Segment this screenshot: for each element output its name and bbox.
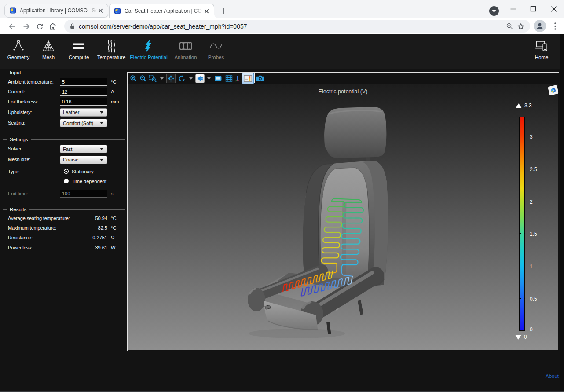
profile-avatar[interactable] [534,20,546,32]
current-unit: A [111,89,114,94]
scene-light-icon[interactable] [214,73,223,83]
home-button[interactable] [46,19,60,33]
colorbar-tick-label: 3 [530,134,533,140]
result-value: 0.2751 [59,235,107,240]
max-triangle-icon [516,103,522,108]
foil-thickness-input[interactable] [60,98,107,106]
current-input[interactable] [60,88,107,96]
toolbar-separator [254,73,255,83]
upholstery-label: Upholstery: [8,110,32,115]
mesh-size-dropdown[interactable]: Coarse [60,156,107,164]
dropdown-arrow-icon [100,148,103,150]
result-unit: °C [111,225,116,231]
result-label: Power loss: [8,245,32,250]
window-right-edge [560,34,564,392]
result-unit: W [111,245,115,250]
result-unit: Ω [111,235,114,240]
lock-icon [70,23,75,29]
zoom-in-icon[interactable] [129,73,137,83]
zoom-extents-icon[interactable] [166,74,176,83]
colorbar-tick-label: 0.5 [530,296,537,302]
window-close-button[interactable] [544,0,564,18]
ambient-temperature-label: Ambient temperature: [8,79,54,84]
grid-icon[interactable] [225,73,233,83]
section-results: Results [3,206,125,212]
comsol-app: Geometry Mesh Compute [0,34,564,392]
snapshot-camera-icon[interactable] [256,73,265,83]
ribbon-item-probes[interactable]: Probes [187,39,245,67]
type-label: Type: [8,169,19,174]
reset-view-icon[interactable] [178,73,186,83]
toolbar-separator [194,73,194,83]
electric-potential-icon [142,39,156,53]
colorbar-tick-label: 2 [530,199,533,205]
radio-time-dependent[interactable]: Time dependent [64,179,106,184]
upholstery-dropdown[interactable]: Leather [60,108,107,117]
ribbon-item-home[interactable]: Home [513,39,564,67]
colorbar-tick-label: 2.5 [530,166,537,172]
colorbar-min-marker: 0 [515,334,527,340]
browser-menu-icon[interactable] [550,21,560,31]
seating-dropdown[interactable]: Comfort (Soft) [60,119,107,127]
radio-button-icon [64,179,69,183]
address-bar[interactable]: comsol.com/server-demo/app/car_seat_heat… [64,20,530,33]
solver-dropdown[interactable]: Fast [60,145,107,153]
tab-application-library[interactable]: Application Library | COMSOL Se [4,4,108,18]
result-unit: °C [111,216,116,221]
radio-button-selected-icon [64,169,69,174]
graphics-window: Electric potential (V) [127,72,559,351]
zoom-box-dropdown-icon[interactable] [159,73,165,83]
colorbar-tick-label: 1 [530,264,533,270]
sound-toggle-button[interactable] [195,74,205,83]
colorbar-tick-label: 0 [530,326,533,333]
graphics-toolbar [128,73,559,84]
zoom-box-icon[interactable] [148,73,157,83]
comsol-logo-button[interactable] [548,85,559,95]
foil-thickness-unit: mm [111,99,119,104]
bookmark-star-icon[interactable] [515,21,527,32]
color-legend-toggle[interactable] [242,73,254,84]
probes-icon [209,39,223,53]
section-settings: Settings [3,136,125,143]
url-text[interactable]: comsol.com/server-demo/app/car_seat_heat… [79,23,504,30]
tab-close-icon[interactable] [203,7,210,15]
radio-stationary[interactable]: Stationary [64,169,94,174]
comsol-favicon [9,7,16,14]
result-label: Maximum temperature: [8,225,56,231]
tab-search-button[interactable] [489,6,499,16]
plot-canvas[interactable]: Electric potential (V) [128,84,558,350]
end-time-label: End time: [8,191,28,196]
result-value: 39.61 [59,245,107,250]
comsol-favicon [114,7,121,15]
window-maximize-button[interactable] [523,0,543,18]
about-link[interactable]: About [546,374,559,379]
dropdown-arrow-icon [100,159,103,161]
tab-title: Car Seat Heater Application | CO [125,8,203,14]
result-value: 50.94 [59,216,107,221]
ribbon-label: Home [535,55,549,60]
forward-button[interactable] [19,19,33,33]
sound-dropdown-icon[interactable] [206,73,212,83]
zoom-out-icon[interactable] [139,73,147,83]
tab-title: Application Library | COMSOL Se [20,7,97,14]
ribbon-label: Probes [208,55,224,60]
current-label: Current: [8,89,25,94]
dropdown-arrow-icon [100,122,103,124]
window-minimize-button[interactable] [503,0,523,18]
ambient-temperature-input[interactable] [60,78,107,86]
back-button[interactable] [5,19,19,33]
end-time-input [60,190,107,198]
colorbar-tick-label: 1.5 [530,231,537,237]
result-value: 82.5 [59,225,107,231]
tab-close-icon[interactable] [97,7,104,15]
reload-button[interactable] [33,19,47,33]
axes-icon[interactable] [233,74,242,83]
toolbar-separator [212,73,212,83]
section-input: Input [3,70,125,76]
zoom-page-icon[interactable] [504,21,515,32]
reset-view-dropdown-icon[interactable] [188,73,194,83]
tab-car-seat-heater[interactable]: Car Seat Heater Application | CO [109,4,214,18]
browser-toolbar: comsol.com/server-demo/app/car_seat_heat… [0,18,564,34]
new-tab-button[interactable] [218,6,229,16]
foil-thickness-label: Foil thickness: [8,99,38,104]
